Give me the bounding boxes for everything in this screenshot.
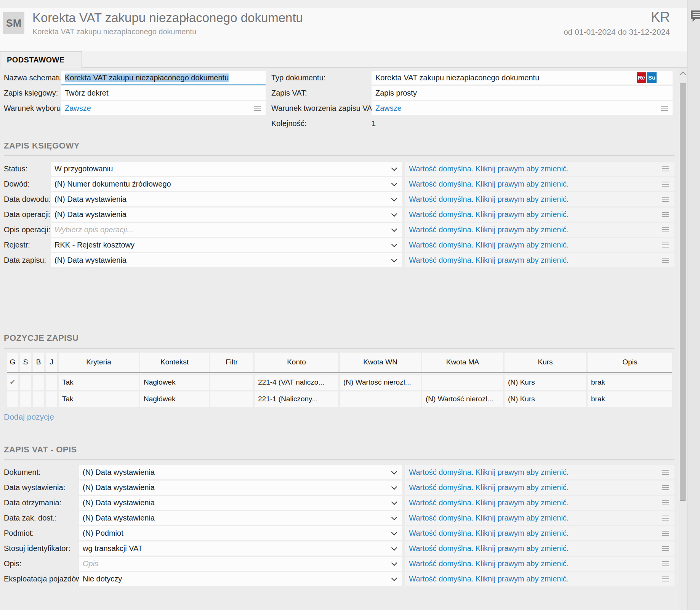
dokument-value: (N) Data wystawienia [83,468,155,476]
col-header-kurs[interactable]: Kurs [505,353,586,372]
chevron-down-icon [391,545,397,551]
window-header: SM Korekta VAT zakupu niezapłaconego dok… [0,8,687,51]
warunek-vat-field[interactable]: Zawsze [372,101,673,115]
opis-operacji-placeholder: Wybierz opis operacji... [54,225,133,234]
section-title-zapis-vat: ZAPIS VAT - OPIS [4,445,77,455]
stosuj-identyfikator-value: wg transakcji VAT [83,544,143,553]
data-zak-dost-dropdown[interactable]: (N) Data wystawienia [79,511,402,525]
col-header-s[interactable]: S [20,353,31,372]
default-value-link[interactable]: Wartość domyślna. Kliknij prawym aby zmi… [409,498,569,507]
col-header-kwota-wn[interactable]: Kwota WN [340,353,421,372]
col-header-filtr[interactable]: Filtr [210,353,253,372]
col-header-b[interactable]: B [33,353,44,372]
data-operacji-label: Data operacji: [4,208,51,222]
eksploatacja-pojazdow-dropdown[interactable]: Nie dotyczy [79,572,402,586]
menu-icon[interactable] [254,106,261,111]
scrollbar-thumb[interactable] [680,83,686,501]
col-header-opis[interactable]: Opis [588,353,672,372]
data-dowodu-value: (N) Data wystawienia [54,195,127,203]
data-otrzymania-dropdown[interactable]: (N) Data wystawienia [79,496,402,510]
cell-kryteria: Tak [59,391,139,407]
row-data-zak-dost: Data zak. dost.: (N) Data wystawienia Wa… [0,511,679,525]
zapis-ksiegowy-field[interactable]: Twórz dekret [61,86,266,100]
col-header-g[interactable]: G [7,353,18,372]
menu-icon[interactable] [662,576,669,581]
cell-kwota-ma [422,375,503,390]
add-position-link[interactable]: Dodaj pozycję [4,412,54,422]
typ-dokumentu-field[interactable]: Korekta VAT zakupu niezapłaconego dokume… [372,71,673,85]
zapis-ksiegowy-label: Zapis księgowy: [4,86,58,100]
podmiot-dropdown[interactable]: (N) Podmiot [79,526,402,540]
tab-podstawowe[interactable]: PODSTAWOWE [0,51,82,68]
opis-operacji-label: Opis operacji: [4,223,50,237]
menu-icon[interactable] [662,485,669,490]
menu-icon[interactable] [662,531,669,536]
opis-dropdown[interactable]: Opis [79,557,402,571]
default-value-link[interactable]: Wartość domyślna. Kliknij prawym aby zmi… [409,210,569,219]
menu-icon[interactable] [662,516,669,521]
data-dowodu-dropdown[interactable]: (N) Data wystawienia [51,192,402,206]
default-value-link[interactable]: Wartość domyślna. Kliknij prawym aby zmi… [409,180,569,188]
col-header-kryteria[interactable]: Kryteria [59,353,139,372]
row-stosuj-identyfikator: Stosuj identyfikator: wg transakcji VAT … [0,541,679,556]
default-value-link[interactable]: Wartość domyślna. Kliknij prawym aby zmi… [409,468,569,476]
scroll-up-icon[interactable] [680,72,686,78]
default-value-link[interactable]: Wartość domyślna. Kliknij prawym aby zmi… [409,195,569,203]
warunek-vat-label: Warunek tworzenia zapisu VAT: [271,101,378,115]
cell-kontekst: Nagłówek [140,391,209,407]
default-value-link[interactable]: Wartość domyślna. Kliknij prawym aby zmi… [409,575,569,583]
dokument-dropdown[interactable]: (N) Data wystawienia [79,465,402,479]
default-value-link[interactable]: Wartość domyślna. Kliknij prawym aby zmi… [409,514,569,522]
default-value-link[interactable]: Wartość domyślna. Kliknij prawym aby zmi… [409,225,569,234]
data-zapisu-dropdown[interactable]: (N) Data wystawienia [51,253,402,267]
warunek-vat-link[interactable]: Zawsze [375,104,402,112]
stosuj-identyfikator-dropdown[interactable]: wg transakcji VAT [79,541,402,556]
rejestr-value: RKK - Rejestr kosztowy [54,241,135,249]
status-dropdown[interactable]: W przygotowaniu [51,162,402,176]
menu-icon[interactable] [661,106,668,111]
opis-operacji-dropdown[interactable]: Wybierz opis operacji... [51,223,402,237]
cell-j [46,375,57,390]
warunek-wyboru-link[interactable]: Zawsze [65,104,91,112]
default-value-link[interactable]: Wartość domyślna. Kliknij prawym aby zmi… [409,256,569,264]
page-title: Korekta VAT zakupu niezapłaconego dokume… [32,11,303,25]
default-value-panel: Wartość domyślna. Kliknij prawym aby zmi… [405,192,674,206]
menu-icon[interactable] [662,243,669,248]
warunek-wyboru-field[interactable]: Zawsze [61,101,266,115]
col-header-j[interactable]: J [46,353,57,372]
menu-icon[interactable] [662,166,669,171]
cell-b [33,391,44,407]
dowod-dropdown[interactable]: (N) Numer dokumentu źródłowego [51,177,402,191]
menu-icon[interactable] [662,182,669,187]
data-wystawienia-dropdown[interactable]: (N) Data wystawienia [79,481,402,495]
table-row[interactable]: Tak Nagłówek 221-1 (Naliczony... (N) War… [7,391,672,407]
menu-icon[interactable] [662,546,669,551]
comment-icon[interactable] [690,10,700,24]
menu-icon[interactable] [662,197,669,202]
menu-icon[interactable] [662,227,669,232]
vertical-scrollbar[interactable] [679,68,687,610]
table-row[interactable]: ✔ Tak Nagłówek 221-4 (VAT naliczo... (N)… [7,375,672,390]
chevron-down-icon [391,469,397,475]
default-value-link[interactable]: Wartość domyślna. Kliknij prawym aby zmi… [409,544,569,553]
col-header-kontekst[interactable]: Kontekst [140,353,209,372]
default-value-link[interactable]: Wartość domyślna. Kliknij prawym aby zmi… [409,483,569,492]
cell-filtr [210,391,253,407]
menu-icon[interactable] [662,258,669,263]
data-wystawienia-label: Data wystawienia: [4,481,65,495]
data-operacji-dropdown[interactable]: (N) Data wystawienia [51,208,402,222]
nazwa-schematu-input[interactable]: Korekta VAT zakupu niezapłaconego dokume… [61,71,266,85]
section-divider [4,348,674,349]
menu-icon[interactable] [662,470,669,475]
default-value-link[interactable]: Wartość domyślna. Kliknij prawym aby zmi… [409,559,569,568]
col-header-konto[interactable]: Konto [255,353,338,372]
default-value-link[interactable]: Wartość domyślna. Kliknij prawym aby zmi… [409,241,569,249]
col-header-kwota-ma[interactable]: Kwota MA [422,353,503,372]
menu-icon[interactable] [662,500,669,505]
menu-icon[interactable] [662,561,669,566]
default-value-link[interactable]: Wartość domyślna. Kliknij prawym aby zmi… [409,164,569,173]
menu-icon[interactable] [662,212,669,217]
rejestr-dropdown[interactable]: RKK - Rejestr kosztowy [51,238,402,252]
zapis-vat-field[interactable]: Zapis prosty [372,86,673,100]
default-value-link[interactable]: Wartość domyślna. Kliknij prawym aby zmi… [409,529,569,537]
